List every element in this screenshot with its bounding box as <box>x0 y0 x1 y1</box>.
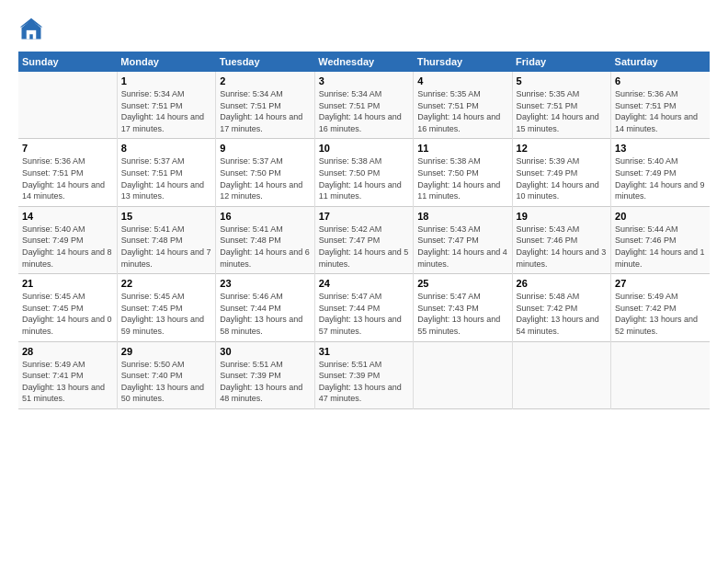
calendar-cell <box>18 72 117 139</box>
day-detail: Sunrise: 5:40 AMSunset: 7:49 PMDaylight:… <box>22 224 113 270</box>
day-detail: Sunrise: 5:43 AMSunset: 7:47 PMDaylight:… <box>417 224 507 270</box>
day-number: 28 <box>22 346 113 357</box>
day-detail: Sunrise: 5:51 AMSunset: 7:39 PMDaylight:… <box>220 359 310 405</box>
day-number: 17 <box>319 211 409 222</box>
calendar-cell: 15Sunrise: 5:41 AMSunset: 7:48 PMDayligh… <box>117 206 215 273</box>
svg-rect-3 <box>29 34 33 39</box>
calendar-cell: 1Sunrise: 5:34 AMSunset: 7:51 PMDaylight… <box>117 72 215 139</box>
calendar-cell: 30Sunrise: 5:51 AMSunset: 7:39 PMDayligh… <box>216 341 314 408</box>
day-number: 16 <box>220 211 310 222</box>
calendar-cell: 26Sunrise: 5:48 AMSunset: 7:42 PMDayligh… <box>512 274 610 341</box>
day-detail: Sunrise: 5:41 AMSunset: 7:48 PMDaylight:… <box>220 224 310 270</box>
day-detail: Sunrise: 5:46 AMSunset: 7:44 PMDaylight:… <box>220 291 310 337</box>
day-detail: Sunrise: 5:50 AMSunset: 7:40 PMDaylight:… <box>121 359 211 405</box>
calendar-cell: 29Sunrise: 5:50 AMSunset: 7:40 PMDayligh… <box>117 341 215 408</box>
day-detail: Sunrise: 5:42 AMSunset: 7:47 PMDaylight:… <box>319 224 409 270</box>
header-friday: Friday <box>512 52 610 72</box>
calendar-cell: 18Sunrise: 5:43 AMSunset: 7:47 PMDayligh… <box>414 206 512 273</box>
calendar-cell: 19Sunrise: 5:43 AMSunset: 7:46 PMDayligh… <box>512 206 610 273</box>
calendar-cell: 6Sunrise: 5:36 AMSunset: 7:51 PMDaylight… <box>611 72 710 139</box>
calendar-cell <box>414 341 512 408</box>
day-number: 14 <box>22 211 113 222</box>
calendar-cell: 9Sunrise: 5:37 AMSunset: 7:50 PMDaylight… <box>216 139 314 206</box>
day-number: 21 <box>22 278 113 289</box>
day-number: 29 <box>121 346 211 357</box>
calendar-cell <box>512 341 610 408</box>
calendar-cell: 17Sunrise: 5:42 AMSunset: 7:47 PMDayligh… <box>314 206 413 273</box>
day-number: 12 <box>517 143 607 154</box>
header <box>18 17 710 42</box>
day-number: 4 <box>417 75 507 86</box>
day-detail: Sunrise: 5:38 AMSunset: 7:50 PMDaylight:… <box>319 155 409 201</box>
day-detail: Sunrise: 5:36 AMSunset: 7:51 PMDaylight:… <box>22 155 113 201</box>
week-row-5: 28Sunrise: 5:49 AMSunset: 7:41 PMDayligh… <box>18 341 710 408</box>
calendar-cell: 24Sunrise: 5:47 AMSunset: 7:44 PMDayligh… <box>314 274 413 341</box>
day-detail: Sunrise: 5:39 AMSunset: 7:49 PMDaylight:… <box>517 155 607 201</box>
day-number: 8 <box>121 143 211 154</box>
day-number: 11 <box>417 143 507 154</box>
week-row-3: 14Sunrise: 5:40 AMSunset: 7:49 PMDayligh… <box>18 206 710 273</box>
day-number: 15 <box>121 211 211 222</box>
calendar-cell: 8Sunrise: 5:37 AMSunset: 7:51 PMDaylight… <box>117 139 215 206</box>
day-detail: Sunrise: 5:38 AMSunset: 7:50 PMDaylight:… <box>417 155 507 201</box>
day-detail: Sunrise: 5:34 AMSunset: 7:51 PMDaylight:… <box>121 88 211 134</box>
day-number: 31 <box>319 346 409 357</box>
day-detail: Sunrise: 5:49 AMSunset: 7:41 PMDaylight:… <box>22 359 113 405</box>
calendar-cell: 5Sunrise: 5:35 AMSunset: 7:51 PMDaylight… <box>512 72 610 139</box>
day-number: 7 <box>22 143 113 154</box>
calendar-cell: 14Sunrise: 5:40 AMSunset: 7:49 PMDayligh… <box>18 206 117 273</box>
day-number: 24 <box>319 278 409 289</box>
day-number: 3 <box>319 75 409 86</box>
day-number: 18 <box>417 211 507 222</box>
week-row-1: 1Sunrise: 5:34 AMSunset: 7:51 PMDaylight… <box>18 72 710 139</box>
calendar-cell: 12Sunrise: 5:39 AMSunset: 7:49 PMDayligh… <box>512 139 610 206</box>
calendar-cell: 22Sunrise: 5:45 AMSunset: 7:45 PMDayligh… <box>117 274 215 341</box>
calendar-cell: 11Sunrise: 5:38 AMSunset: 7:50 PMDayligh… <box>414 139 512 206</box>
day-number: 2 <box>220 75 310 86</box>
day-detail: Sunrise: 5:34 AMSunset: 7:51 PMDaylight:… <box>220 88 310 134</box>
header-saturday: Saturday <box>611 52 710 72</box>
calendar-cell: 21Sunrise: 5:45 AMSunset: 7:45 PMDayligh… <box>18 274 117 341</box>
day-number: 13 <box>615 143 706 154</box>
calendar-cell: 23Sunrise: 5:46 AMSunset: 7:44 PMDayligh… <box>216 274 314 341</box>
day-detail: Sunrise: 5:48 AMSunset: 7:42 PMDaylight:… <box>517 291 607 337</box>
day-detail: Sunrise: 5:43 AMSunset: 7:46 PMDaylight:… <box>517 224 607 270</box>
calendar-cell: 4Sunrise: 5:35 AMSunset: 7:51 PMDaylight… <box>414 72 512 139</box>
calendar-cell: 27Sunrise: 5:49 AMSunset: 7:42 PMDayligh… <box>611 274 710 341</box>
header-wednesday: Wednesday <box>314 52 413 72</box>
day-number: 30 <box>220 346 310 357</box>
day-detail: Sunrise: 5:47 AMSunset: 7:44 PMDaylight:… <box>319 291 409 337</box>
calendar-cell: 10Sunrise: 5:38 AMSunset: 7:50 PMDayligh… <box>314 139 413 206</box>
logo-icon <box>18 17 44 42</box>
calendar-cell: 2Sunrise: 5:34 AMSunset: 7:51 PMDaylight… <box>216 72 314 139</box>
calendar-cell: 31Sunrise: 5:51 AMSunset: 7:39 PMDayligh… <box>314 341 413 408</box>
calendar-cell: 13Sunrise: 5:40 AMSunset: 7:49 PMDayligh… <box>611 139 710 206</box>
day-detail: Sunrise: 5:41 AMSunset: 7:48 PMDaylight:… <box>121 224 211 270</box>
day-number: 25 <box>417 278 507 289</box>
day-detail: Sunrise: 5:35 AMSunset: 7:51 PMDaylight:… <box>517 88 607 134</box>
calendar-cell: 7Sunrise: 5:36 AMSunset: 7:51 PMDaylight… <box>18 139 117 206</box>
day-detail: Sunrise: 5:49 AMSunset: 7:42 PMDaylight:… <box>615 291 706 337</box>
logo <box>18 17 48 42</box>
day-detail: Sunrise: 5:47 AMSunset: 7:43 PMDaylight:… <box>417 291 507 337</box>
day-number: 27 <box>615 278 706 289</box>
header-sunday: Sunday <box>18 52 117 72</box>
day-detail: Sunrise: 5:37 AMSunset: 7:50 PMDaylight:… <box>220 155 310 201</box>
calendar-cell: 25Sunrise: 5:47 AMSunset: 7:43 PMDayligh… <box>414 274 512 341</box>
day-number: 6 <box>615 75 706 86</box>
page: SundayMondayTuesdayWednesdayThursdayFrid… <box>0 0 728 563</box>
day-number: 19 <box>517 211 607 222</box>
calendar-cell <box>611 341 710 408</box>
header-monday: Monday <box>117 52 215 72</box>
day-detail: Sunrise: 5:34 AMSunset: 7:51 PMDaylight:… <box>319 88 409 134</box>
day-detail: Sunrise: 5:40 AMSunset: 7:49 PMDaylight:… <box>615 155 706 201</box>
header-row: SundayMondayTuesdayWednesdayThursdayFrid… <box>18 52 710 72</box>
header-tuesday: Tuesday <box>216 52 314 72</box>
calendar-cell: 3Sunrise: 5:34 AMSunset: 7:51 PMDaylight… <box>314 72 413 139</box>
day-number: 10 <box>319 143 409 154</box>
day-detail: Sunrise: 5:36 AMSunset: 7:51 PMDaylight:… <box>615 88 706 134</box>
day-number: 23 <box>220 278 310 289</box>
day-detail: Sunrise: 5:45 AMSunset: 7:45 PMDaylight:… <box>22 291 113 337</box>
day-number: 26 <box>517 278 607 289</box>
day-detail: Sunrise: 5:37 AMSunset: 7:51 PMDaylight:… <box>121 155 211 201</box>
